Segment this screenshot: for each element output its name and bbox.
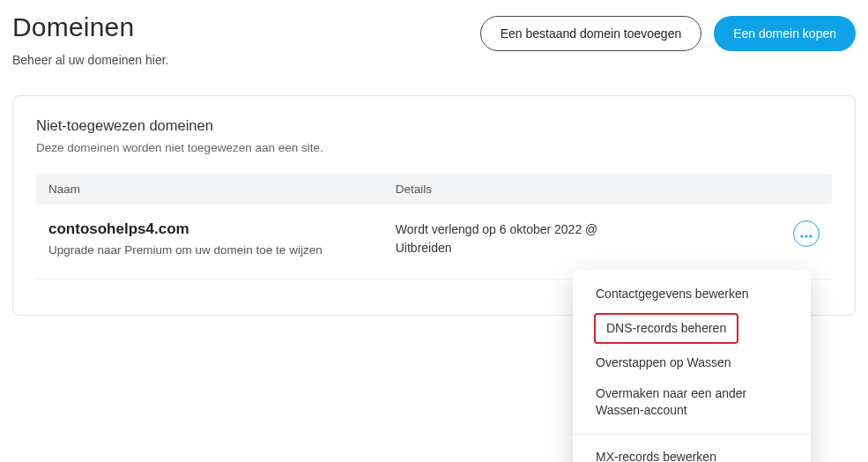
menu-item-switch[interactable]: Overstappen op Wassen xyxy=(573,347,811,378)
add-existing-domain-button[interactable]: Een bestaand domein toevoegen xyxy=(480,16,702,51)
svg-point-0 xyxy=(800,235,803,237)
menu-item-manage-dns[interactable]: DNS-records beheren xyxy=(594,313,738,344)
domains-table: Naam Details contosohelps4.com Upgrade n… xyxy=(36,174,832,279)
buy-domain-button[interactable]: Een domein kopen xyxy=(714,16,856,51)
table-header: Naam Details xyxy=(36,174,832,205)
col-header-name: Naam xyxy=(48,183,396,196)
col-header-details: Details xyxy=(396,183,704,196)
row-actions-menu: Contactgegevens bewerken DNS-records beh… xyxy=(573,270,811,462)
svg-point-2 xyxy=(809,235,812,237)
domain-name: contosohelps4.com xyxy=(48,220,396,238)
menu-item-mx[interactable]: MX-records bewerken xyxy=(573,442,811,462)
row-more-button[interactable] xyxy=(793,220,820,247)
page-subtitle: Beheer al uw domeinen hier. xyxy=(12,53,168,67)
more-icon xyxy=(800,226,812,242)
domain-extend: Uitbreiden xyxy=(396,239,704,257)
card-subtitle: Deze domeinen worden niet toegewezen aan… xyxy=(36,141,832,154)
menu-separator xyxy=(573,434,811,435)
svg-point-1 xyxy=(805,235,807,237)
domain-renewal: Wordt verlengd op 6 oktober 2022 @ xyxy=(396,220,704,239)
menu-item-edit-contacts[interactable]: Contactgegevens bewerken xyxy=(573,279,811,309)
card-title: Niet-toegewezen domeinen xyxy=(36,117,832,134)
menu-item-transfer[interactable]: Overmaken naar een ander Wassen-account xyxy=(573,378,811,426)
domain-upgrade-note: Upgrade naar Premium om uw domein toe te… xyxy=(48,243,396,257)
page-title: Domeinen xyxy=(12,12,168,42)
header-actions: Een bestaand domein toevoegen Een domein… xyxy=(480,12,856,51)
table-row: contosohelps4.com Upgrade naar Premium o… xyxy=(36,205,832,279)
